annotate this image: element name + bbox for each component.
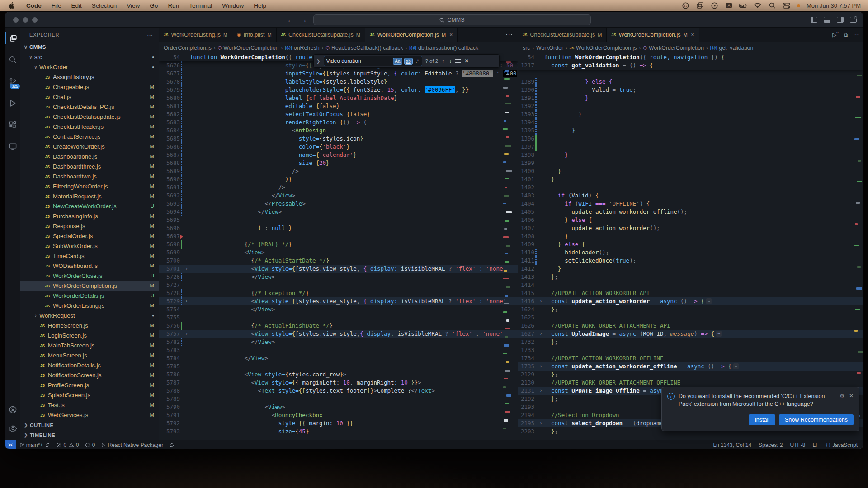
menu-run[interactable]: Run [163,2,184,9]
breadcrumb-group-1[interactable]: OrderCompletion.js›⬡WorkOrderCompletion›… [159,42,518,53]
tree-file-WorkOrderListing.js[interactable]: JSWorkOrderListing.jsM [20,300,159,310]
breadcrumb-item[interactable]: WorkOrder [536,45,563,51]
find-previous-icon[interactable]: ↑ [441,58,445,64]
code-line[interactable]: 1625 [518,314,863,322]
code-line[interactable]: 5697 [159,232,518,240]
tree-file-MenuScreen.js[interactable]: JSMenuScreen.jsM [20,350,159,360]
breadcrumb-item[interactable]: ⬡WorkOrderCompletion [218,45,279,51]
tree-file-Test.js[interactable]: JSTest.jsM [20,400,159,410]
play-circle-icon[interactable] [710,2,718,9]
code-line[interactable]: 1389 } else { [518,78,863,86]
code-line[interactable]: 5784 </View> [159,354,518,362]
code-line[interactable]: 1411 setClickedOnce(true); [518,257,863,265]
settings-gear-icon[interactable] [5,422,20,434]
ports-item[interactable]: 0 [85,442,95,448]
fold-chevron-icon[interactable]: › [538,419,544,427]
remote-indicator[interactable]: >< [5,440,16,450]
tree-file-MaterialRequest.js[interactable]: JSMaterialRequest.jsM [20,191,159,201]
tree-file-CheckListDetalisupdate.js[interactable]: JSCheckListDetalisupdate.jsM [20,112,159,122]
extensions-icon[interactable] [5,119,20,131]
wifi-icon[interactable] [754,2,762,9]
code-line[interactable]: 1626 //UPDATE WORK ORDER ATTACHMENTS API [518,322,863,330]
code-line[interactable]: 1412 } [518,265,863,273]
eol-item[interactable]: LF [812,442,819,448]
minimap-group-2[interactable] [854,53,863,440]
tree-file-Dashboardtwo.js[interactable]: JSDashboardtwo.jsM [20,171,159,181]
code-line[interactable]: 1402 [518,183,863,192]
remote-explorer-icon[interactable] [5,141,20,152]
find-in-selection-icon[interactable] [455,59,461,63]
tab-CheckListDetalisupdate.js[interactable]: JSCheckListDetalisupdate.jsM [277,28,365,42]
tree-file-SubWorkOrder.js[interactable]: JSSubWorkOrder.jsM [20,241,159,251]
code-line[interactable]: 5694 </View> [159,208,518,216]
code-line[interactable]: 1413 }; [518,273,863,281]
breadcrumb-item[interactable]: src [523,45,530,51]
code-line[interactable]: 5679 placeholderStyle={{ fontSize: 15, c… [159,86,518,94]
fold-chevron-icon[interactable]: › [538,330,544,338]
nav-forward-icon[interactable]: → [300,16,307,23]
notification-settings-gear-icon[interactable]: ⚙ [840,393,844,408]
code-line[interactable]: 2130 //UPDATE WORK ORDER ATTACHMENT OFFL… [518,379,863,387]
tree-file-AssignHistory.js[interactable]: JSAssignHistory.js [20,72,159,82]
code-line[interactable]: 5691 /> [159,183,518,192]
code-line[interactable]: 1394 [518,118,863,127]
code-line[interactable]: 1393 } [518,110,863,118]
code-line[interactable]: 5678 labelStyle={styles.labelStyle} [159,78,518,86]
code-line[interactable]: 5729› <View style={[styles.view_style, {… [159,297,518,305]
code-line[interactable]: 5689 /> [159,167,518,175]
code-line[interactable]: 5701› <View style={[styles.view_style, {… [159,265,518,273]
tree-file-TimeCard.js[interactable]: JSTimeCard.jsM [20,251,159,261]
code-line[interactable]: 5685 style={styles.icon} [159,135,518,143]
code-line[interactable]: 5682 selectTextOnFocus={false} [159,110,518,118]
cursor-position-item[interactable]: Ln 1343, Col 14 [713,442,751,448]
minimap-group-1[interactable] [503,53,511,440]
breadcrumb-item[interactable]: JSWorkOrderCompletion.js [570,45,637,51]
fold-chevron-icon[interactable]: › [183,330,190,338]
tree-file-Chat.js[interactable]: JSChat.jsM [20,92,159,102]
indentation-item[interactable]: Spaces: 2 [759,442,783,448]
refresh-task-icon[interactable] [169,442,175,448]
toggle-replace-icon[interactable]: ❯ [316,59,321,64]
code-line[interactable]: 1217 const get_validation = () => { [518,61,863,70]
tree-file-ContractService.js[interactable]: JSContractService.jsM [20,131,159,141]
tab-CheckListDetalisupdate.js[interactable]: JSCheckListDetalisupdate.jsM [518,28,607,42]
source-control-icon[interactable]: 325 [5,75,20,87]
control-center-icon[interactable] [783,2,791,9]
code-line[interactable]: 1733 [518,346,863,354]
minimize-window-button[interactable] [23,17,28,23]
menu-bar-clock[interactable]: Mon Jun 30 7:57 PM [807,2,861,9]
code-line[interactable]: 1401 } [518,175,863,183]
code-line[interactable]: 1624 }; [518,305,863,314]
explorer-more-actions-icon[interactable]: ⋯ [147,32,153,38]
tree-folder-src[interactable]: ∨src● [20,52,159,62]
accounts-icon[interactable] [5,404,20,415]
toggle-panel-icon[interactable] [824,17,830,23]
tree-file-Dashboardthree.js[interactable]: JSDashboardthree.jsM [20,161,159,171]
close-tab-icon[interactable]: × [449,32,453,38]
find-close-icon[interactable]: ✕ [463,58,470,64]
search-sidebar-icon[interactable] [5,54,20,66]
tree-file-WebServices.js[interactable]: JSWebServices.jsM [20,410,159,420]
code-line[interactable]: 1404 if (WIFI === 'OFFLINE') { [518,200,863,208]
tree-file-Dashboardone.js[interactable]: JSDashboardone.jsM [20,151,159,161]
code-line[interactable]: 5789 [159,395,518,403]
menu-go[interactable]: Go [145,2,163,9]
code-line[interactable]: 5793 size={45} [159,427,518,436]
tree-file-WODashboard.js[interactable]: JSWODashboard.jsM [20,261,159,271]
code-line[interactable]: 1392 [518,102,863,110]
code-line[interactable]: 1400 } [518,167,863,175]
code-line[interactable]: 1414 [518,281,863,289]
zoom-window-button[interactable] [32,17,38,23]
tree-file-HomeScreen.js[interactable]: JSHomeScreen.jsM [20,320,159,330]
toggle-sidebar-icon[interactable] [811,17,817,23]
code-line[interactable]: 5728 {/* Exception */} [159,289,518,297]
breadcrumb-item[interactable]: [@]get_validation [710,45,754,51]
fold-chevron-icon[interactable]: › [538,387,544,395]
tree-file-ProfileScreen.js[interactable]: JSProfileScreen.jsM [20,380,159,390]
code-line[interactable]: 1396 [518,135,863,143]
code-line[interactable]: 5695 [159,216,518,224]
code-line[interactable]: 5782 </View> [159,338,518,346]
code-line[interactable]: 5792 style={{ margin: 10 }} [159,419,518,427]
g-app-icon[interactable]: G [681,2,689,9]
tree-file-CheckListHeader.js[interactable]: JSCheckListHeader.jsM [20,122,159,131]
